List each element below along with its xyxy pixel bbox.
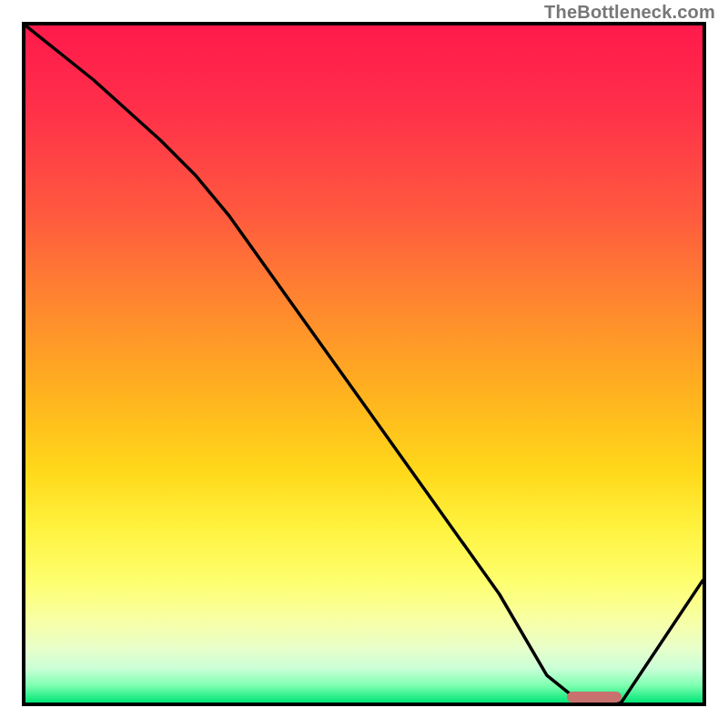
chart-container: TheBottleneck.com bbox=[0, 0, 728, 728]
optimal-range-marker bbox=[567, 692, 622, 703]
attribution-label: TheBottleneck.com bbox=[544, 2, 715, 23]
plot-area bbox=[22, 22, 706, 706]
bottleneck-curve bbox=[25, 25, 703, 703]
